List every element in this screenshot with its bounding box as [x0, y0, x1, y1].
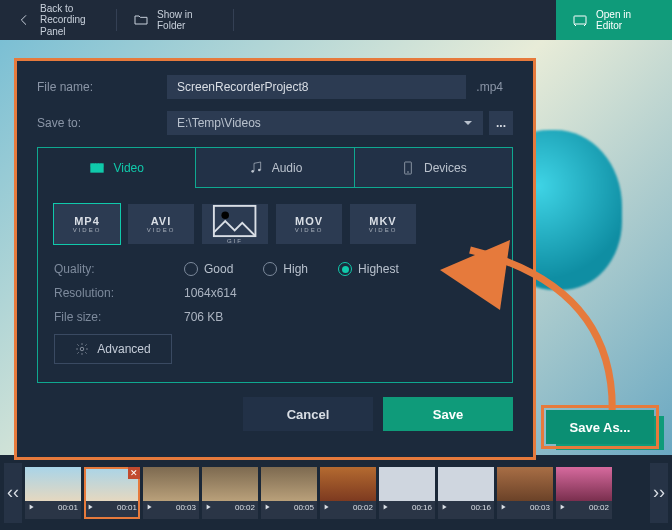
saveto-dropdown[interactable]: E:\Temp\Videos [167, 111, 483, 135]
separator [233, 9, 234, 31]
quality-good[interactable]: Good [184, 262, 233, 276]
clip-4[interactable]: 00:05 [261, 467, 317, 519]
video-icon [89, 160, 105, 176]
clip-list: 00:0100:01✕00:0300:0200:0500:0200:1600:1… [25, 467, 647, 519]
resolution-label: Resolution: [54, 286, 184, 300]
arrow-left-icon [16, 12, 32, 28]
gear-icon [75, 342, 89, 356]
clip-8[interactable]: 00:03 [497, 467, 553, 519]
tab-video[interactable]: Video [38, 148, 195, 188]
svg-rect-0 [574, 16, 586, 24]
quality-high[interactable]: High [263, 262, 308, 276]
filename-input[interactable] [167, 75, 466, 99]
resolution-value: 1064x614 [184, 286, 237, 300]
editor-icon [572, 12, 588, 28]
filesize-value: 706 KB [184, 310, 223, 324]
saveto-label: Save to: [37, 116, 167, 130]
audio-icon [248, 160, 264, 176]
svg-point-2 [251, 170, 254, 173]
filename-label: File name: [37, 80, 167, 94]
quality-label: Quality: [54, 262, 184, 276]
top-toolbar: Back to Recording Panel Show in Folder O… [0, 0, 672, 40]
show-label: Show in Folder [157, 9, 217, 32]
svg-point-7 [222, 212, 230, 220]
format-tabs-container: Video Audio Devices MP4VIDEOAVIVIDEOGIFM… [37, 147, 513, 383]
open-in-editor-button[interactable]: Open in Editor [556, 0, 672, 40]
advanced-button[interactable]: Advanced [54, 334, 172, 364]
show-in-folder-button[interactable]: Show in Folder [117, 0, 233, 40]
svg-point-8 [81, 347, 85, 351]
svg-rect-1 [91, 163, 104, 172]
tab-audio[interactable]: Audio [195, 148, 353, 188]
clip-3[interactable]: 00:02 [202, 467, 258, 519]
devices-icon [400, 160, 416, 176]
format-gif[interactable]: GIF [202, 204, 268, 244]
timeline-strip: ‹‹ 00:0100:01✕00:0300:0200:0500:0200:160… [0, 455, 672, 530]
quality-radio-group: GoodHighHighest [184, 262, 399, 276]
format-mkv[interactable]: MKVVIDEO [350, 204, 416, 244]
close-icon[interactable]: ✕ [128, 467, 140, 479]
back-button[interactable]: Back to Recording Panel [0, 0, 116, 40]
svg-point-5 [407, 171, 408, 172]
svg-point-3 [258, 168, 261, 171]
format-mp4[interactable]: MP4VIDEO [54, 204, 120, 244]
chevron-down-icon [463, 118, 473, 128]
save-button[interactable]: Save [383, 397, 513, 431]
filesize-label: File size: [54, 310, 184, 324]
folder-icon [133, 12, 149, 28]
timeline-prev[interactable]: ‹‹ [4, 463, 22, 523]
clip-1[interactable]: 00:01✕ [84, 467, 140, 519]
format-avi[interactable]: AVIVIDEO [128, 204, 194, 244]
timeline-next[interactable]: ›› [650, 463, 668, 523]
browse-button[interactable]: ... [489, 111, 513, 135]
clip-0[interactable]: 00:01 [25, 467, 81, 519]
clip-6[interactable]: 00:16 [379, 467, 435, 519]
save-as-button[interactable]: Save As... [546, 410, 654, 444]
clip-9[interactable]: 00:02 [556, 467, 612, 519]
quality-highest[interactable]: Highest [338, 262, 399, 276]
clip-7[interactable]: 00:16 [438, 467, 494, 519]
file-ext: .mp4 [466, 80, 513, 94]
back-label: Back to Recording Panel [40, 3, 100, 38]
clip-2[interactable]: 00:03 [143, 467, 199, 519]
format-mov[interactable]: MOVVIDEO [276, 204, 342, 244]
clip-5[interactable]: 00:02 [320, 467, 376, 519]
save-dialog: File name: .mp4 Save to: E:\Temp\Videos … [14, 58, 536, 460]
cancel-button[interactable]: Cancel [243, 397, 373, 431]
format-list: MP4VIDEOAVIVIDEOGIFMOVVIDEOMKVVIDEO [54, 204, 496, 244]
tab-devices[interactable]: Devices [354, 148, 512, 188]
open-label: Open in Editor [596, 9, 656, 32]
